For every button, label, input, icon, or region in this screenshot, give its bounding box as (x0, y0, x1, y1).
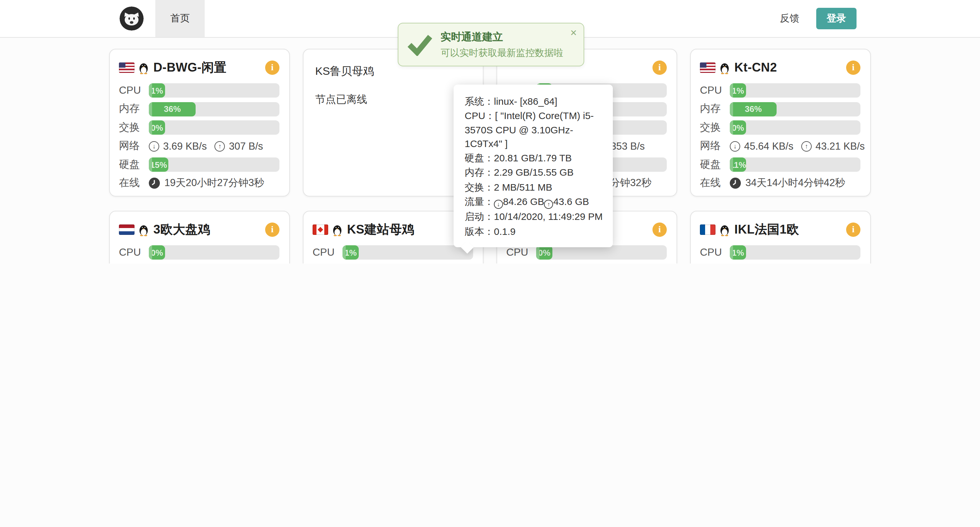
tooltip-row: 交换：2 MB/511 MB (465, 180, 605, 194)
info-icon[interactable]: i (652, 222, 667, 237)
net-down-value: 45.64 KB/s (744, 140, 794, 152)
country-flag-icon (700, 62, 716, 73)
tooltip-row: 内存：2.29 GB/15.55 GB (465, 166, 605, 180)
stat-row-online: 在线 34天14小时4分钟42秒 (700, 176, 861, 190)
download-arrow-icon: ↓ (149, 141, 159, 151)
stat-label-disk: 硬盘 (119, 158, 149, 171)
info-icon[interactable]: i (846, 222, 861, 237)
stat-label-mem: 内存 (119, 102, 149, 116)
linux-penguin-icon (138, 61, 149, 74)
tooltip-row: 系统：linux- [x86_64] (465, 94, 605, 108)
mem-bar: 36% (730, 102, 861, 116)
stat-label-swap: 交换 (700, 121, 730, 134)
net-up-value: 353 B/s (611, 140, 645, 152)
mem-value: 36% (164, 104, 181, 114)
close-icon[interactable]: ✕ (570, 28, 577, 38)
country-flag-icon (119, 62, 135, 73)
upload-arrow-icon: ↑ (544, 200, 554, 209)
cpu-value: 1% (151, 86, 163, 95)
stat-row-cpu: CPU 1% (119, 83, 280, 97)
stat-row-net: 网络 ↓ 3.69 KB/s ↑ 307 B/s (119, 139, 280, 153)
page: 首页 反馈 登录 D-BWG-闲置 i CPU 1% 内存 (0, 0, 980, 264)
server-card: 3欧大盘鸡 i CPU 0% 内存 6% 交换 0% 网络 ↓ 771 B/s … (109, 211, 290, 264)
net-up-value: 43.21 KB/s (816, 140, 865, 152)
tab-home[interactable]: 首页 (155, 0, 205, 37)
avatar (119, 6, 144, 30)
swap-value: 0% (732, 123, 744, 133)
stat-label-online: 在线 (700, 176, 730, 190)
linux-penguin-icon (719, 61, 730, 74)
server-name: Kt-CN2 (734, 61, 777, 75)
country-flag-icon (700, 224, 716, 235)
stat-row-cpu: CPU 0% (506, 245, 667, 260)
stat-row-cpu: CPU 1% (313, 245, 473, 260)
toast-text: 实时通道建立 可以实时获取最新监控数据啦 (441, 30, 563, 59)
swap-value: 0% (151, 123, 163, 133)
server-title-row: IKL法国1欧 i (700, 219, 861, 240)
upload-arrow-icon: ↑ (215, 141, 225, 151)
info-icon[interactable]: i (265, 61, 280, 75)
success-check-icon (407, 34, 432, 56)
info-icon[interactable]: i (265, 222, 280, 237)
cpu-bar: 1% (730, 83, 861, 97)
online-value: 34天14小时4分钟42秒 (745, 176, 845, 190)
stat-row-net: 网络 ↓ 45.64 KB/s ↑ 43.21 KB/s (700, 139, 861, 153)
swap-bar: 0% (730, 120, 861, 135)
stat-label-net: 网络 (119, 139, 149, 153)
stat-row-online: 在线 19天20小时27分钟3秒 (119, 176, 280, 190)
mem-value: 36% (745, 104, 762, 114)
info-icon[interactable]: i (846, 61, 861, 75)
mem-bar: 36% (149, 102, 280, 116)
cpu-value: 0% (151, 248, 163, 257)
toast-subtitle: 可以实时获取最新监控数据啦 (441, 46, 563, 59)
server-title-row: Kt-CN2 i (700, 57, 861, 78)
stat-label-cpu: CPU (119, 247, 149, 258)
server-title-row: D-BWG-闲置 i (119, 57, 280, 78)
tooltip-row: 硬盘：20.81 GB/1.79 TB (465, 151, 605, 165)
cpu-value: 1% (732, 86, 744, 95)
upload-arrow-icon: ↑ (801, 141, 812, 151)
info-icon[interactable]: i (652, 61, 667, 75)
toast-realtime: 实时通道建立 可以实时获取最新监控数据啦 ✕ (398, 23, 584, 66)
cpu-bar: 1% (342, 245, 473, 260)
stat-label-cpu: CPU (313, 247, 342, 258)
stat-label-disk: 硬盘 (700, 158, 730, 171)
cpu-value: 1% (344, 248, 357, 257)
cpu-bar: 1% (149, 83, 280, 97)
login-button[interactable]: 登录 (816, 8, 856, 29)
stat-row-disk: 硬盘 15% (119, 157, 280, 172)
tooltip-row: 启动：10/14/2020, 11:49:29 PM (465, 210, 605, 224)
disk-bar: 11% (730, 157, 861, 172)
server-card: IKL法国1欧 i CPU 1% 内存 21% 交换 1% 网络 ↓ 94.22… (690, 211, 871, 264)
toast-title: 实时通道建立 (441, 30, 563, 44)
stat-label-cpu: CPU (119, 85, 149, 96)
stat-row-swap: 交换 0% (119, 120, 280, 135)
server-name: 3欧大盘鸡 (153, 221, 210, 238)
server-card: Kt-CN2 i CPU 1% 内存 36% 交换 0% 网络 ↓ 45.64 … (690, 49, 871, 196)
download-arrow-icon: ↓ (494, 200, 503, 209)
server-card: D-BWG-闲置 i CPU 1% 内存 36% 交换 0% 网络 ↓ 3.69… (109, 49, 290, 196)
stat-label-cpu: CPU (700, 247, 730, 258)
feedback-link[interactable]: 反馈 (780, 12, 799, 25)
linux-penguin-icon (332, 224, 342, 236)
download-arrow-icon: ↓ (730, 141, 740, 151)
country-flag-icon (313, 224, 328, 235)
net-down-value: 3.69 KB/s (163, 140, 207, 152)
server-title-row: 3欧大盘鸡 i (119, 219, 280, 240)
stat-label-cpu: CPU (506, 247, 536, 258)
stat-row-mem: 内存 36% (700, 102, 861, 116)
offline-status: 节点已离线 (315, 93, 473, 107)
stat-row-swap: 交换 0% (700, 120, 861, 135)
cpu-bar: 0% (536, 245, 667, 260)
stat-label-mem: 内存 (700, 102, 730, 116)
stat-row-disk: 硬盘 11% (700, 157, 861, 172)
stat-label-net: 网络 (700, 139, 730, 153)
online-value: 19天20小时27分钟3秒 (164, 176, 264, 190)
stat-label-online: 在线 (119, 176, 149, 190)
stat-label-swap: 交换 (119, 121, 149, 134)
cpu-value: 1% (732, 248, 744, 257)
tooltip-row: CPU：[ "Intel(R) Core(TM) i5-3570S CPU @ … (465, 109, 605, 151)
site-logo[interactable] (119, 6, 144, 30)
disk-bar: 15% (149, 157, 280, 172)
tooltip-row: 版本：0.1.9 (465, 224, 605, 238)
